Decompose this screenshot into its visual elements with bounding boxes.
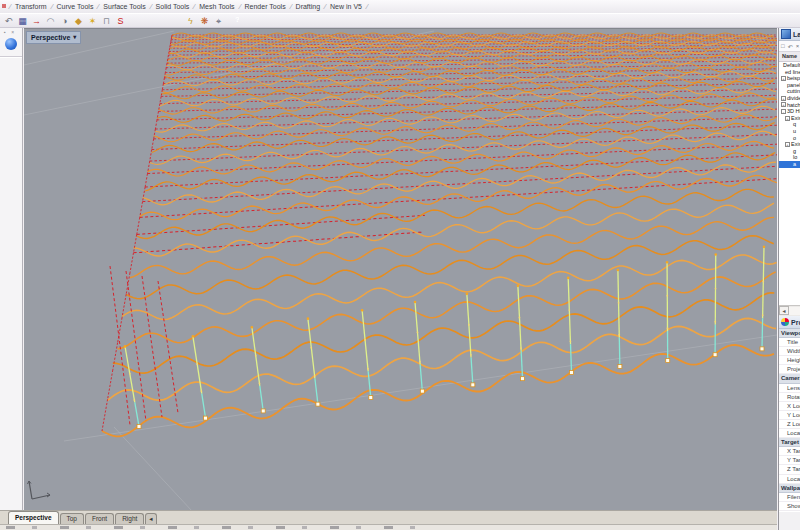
curve-wave-icon[interactable]: S xyxy=(114,15,127,27)
property-row[interactable]: Location xyxy=(779,429,800,438)
viewport-tab-front[interactable]: Front xyxy=(85,513,114,524)
layer-row[interactable]: +divide xyxy=(779,95,800,102)
layer-row[interactable]: +beispult xyxy=(779,75,800,82)
property-row[interactable]: Height xyxy=(779,356,800,365)
property-row[interactable]: X Location xyxy=(779,402,800,411)
layers-name-column-header[interactable]: Name xyxy=(779,52,800,62)
layer-expand-icon[interactable]: + xyxy=(781,102,786,107)
layer-name: ed lines xyxy=(785,69,800,76)
properties-panel-header[interactable]: Properties xyxy=(779,316,800,329)
lock-icon[interactable]: ⊓ xyxy=(100,15,113,27)
dock-sphere-icon[interactable] xyxy=(5,38,17,50)
layer-name: q xyxy=(793,121,796,128)
menu-tab-solid-tools[interactable]: Solid Tools xyxy=(153,3,193,10)
viewport-tab--[interactable]: ◂ xyxy=(145,513,156,524)
property-row[interactable]: Filename xyxy=(779,493,800,502)
sphere-dark-icon[interactable] xyxy=(156,15,169,27)
layers-tool-icon-2[interactable]: × xyxy=(796,43,800,49)
menu-tab-curve-tools[interactable]: Curve Tools xyxy=(54,3,97,10)
layer-row[interactable]: Default xyxy=(779,62,800,69)
property-row[interactable]: Width xyxy=(779,347,800,356)
rotate-icon[interactable]: ◑ xyxy=(58,15,71,27)
layer-grid-icon[interactable]: ▦ xyxy=(16,15,29,27)
layer-row[interactable]: +Existing xyxy=(779,115,800,122)
property-row[interactable]: Y Target xyxy=(779,456,800,465)
layer-name: divide xyxy=(787,95,800,102)
property-row[interactable]: Y Location xyxy=(779,411,800,420)
layer-row[interactable]: u xyxy=(779,128,800,135)
menu-tab-bar: /Transform/Curve Tools/Surface Tools/Sol… xyxy=(0,0,800,13)
orient-icon[interactable]: ◆ xyxy=(72,15,85,27)
menu-tab-mesh-tools[interactable]: Mesh Tools xyxy=(196,3,237,10)
layer-name: cutting xyxy=(787,88,800,95)
property-row[interactable]: Show xyxy=(779,502,800,511)
move-arrow-icon[interactable]: → xyxy=(30,15,43,27)
sphere-gray-icon[interactable] xyxy=(142,15,155,27)
dock-window-buttons[interactable]: ▪ × xyxy=(0,28,22,35)
layer-row[interactable]: lo xyxy=(779,154,800,161)
left-dock: ▪ × xyxy=(0,28,23,510)
layer-expand-icon[interactable]: + xyxy=(785,116,790,121)
pick-target-icon[interactable]: ⌖ xyxy=(212,15,225,27)
layer-expand-icon[interactable]: + xyxy=(785,142,790,147)
layer-row[interactable]: g xyxy=(779,148,800,155)
layer-name: Default xyxy=(783,62,800,69)
right-dock-panels: Layers □↶× Name Defaulted lines+beispult… xyxy=(778,28,800,530)
layer-name: lo xyxy=(793,154,797,161)
property-row[interactable]: Lens Length xyxy=(779,384,800,393)
property-row[interactable]: Projection xyxy=(779,365,800,374)
property-row[interactable]: Title xyxy=(779,338,800,347)
menu-tab-new-in-v5[interactable]: New in V5 xyxy=(327,3,365,10)
mirror-icon[interactable]: ◠ xyxy=(44,15,57,27)
property-section: Target xyxy=(779,438,800,447)
viewport-tab-bar: PerspectiveTopFrontRight◂ xyxy=(0,510,777,524)
status-bar xyxy=(0,524,777,530)
property-row[interactable]: X Target xyxy=(779,447,800,456)
layers-tool-icon-1[interactable]: ↶ xyxy=(788,43,793,50)
layer-row[interactable]: ed lines xyxy=(779,69,800,76)
scroll-left-button[interactable]: ◄ xyxy=(779,306,789,315)
layer-expand-icon[interactable]: + xyxy=(781,76,786,81)
dock-divider xyxy=(0,56,22,58)
viewport-canvas[interactable] xyxy=(24,29,777,511)
layer-row[interactable]: +Existing xyxy=(779,141,800,148)
layer-row[interactable]: panel xyxy=(779,82,800,89)
property-row[interactable]: Gray xyxy=(779,511,800,512)
property-row[interactable]: Location xyxy=(779,475,800,484)
viewport-tab-right[interactable]: Right xyxy=(115,513,144,524)
grid-lines xyxy=(24,31,777,511)
layers-panel-title: Layers xyxy=(793,31,800,38)
undo-view-icon[interactable]: ↶ xyxy=(2,15,15,27)
menu-tab-drafting[interactable]: Drafting xyxy=(293,3,324,10)
viewport-tab-perspective[interactable]: Perspective xyxy=(8,511,59,524)
layers-icon xyxy=(781,29,791,39)
layer-row[interactable]: +hatching xyxy=(779,102,800,109)
property-row[interactable]: Z Location xyxy=(779,420,800,429)
spark-icon[interactable]: ϟ xyxy=(184,15,197,27)
property-row[interactable]: Rotation xyxy=(779,393,800,402)
layer-row[interactable]: a xyxy=(779,161,800,168)
lamp-icon[interactable]: ✶ xyxy=(86,15,99,27)
menu-tab-surface-tools[interactable]: Surface Tools xyxy=(100,3,148,10)
menu-tab-transform[interactable]: Transform xyxy=(12,3,50,10)
layer-row[interactable]: q xyxy=(779,121,800,128)
layer-row[interactable]: -3D HP xyxy=(779,108,800,115)
layers-panel-header[interactable]: Layers xyxy=(779,28,800,41)
layer-row[interactable]: o xyxy=(779,135,800,142)
layers-h-scrollbar[interactable]: ◄ xyxy=(779,305,800,316)
layer-name: 3D HP xyxy=(787,108,800,115)
menu-tab-render-tools[interactable]: Render Tools xyxy=(242,3,289,10)
layers-tool-icon-0[interactable]: □ xyxy=(781,43,785,49)
layer-expand-icon[interactable]: - xyxy=(781,109,786,114)
perspective-viewport[interactable]: Perspective ▾ xyxy=(24,28,777,511)
render-globe-icon[interactable] xyxy=(170,15,183,27)
layer-row[interactable]: cutting xyxy=(779,88,800,95)
help-icon[interactable] xyxy=(226,15,239,27)
gear-flower-icon[interactable]: ❋ xyxy=(198,15,211,27)
color-wheel-icon[interactable] xyxy=(128,15,141,27)
rhino-window: /Transform/Curve Tools/Surface Tools/Sol… xyxy=(0,0,800,530)
layer-expand-icon[interactable]: + xyxy=(781,96,786,101)
viewport-tab-top[interactable]: Top xyxy=(60,513,84,524)
scroll-track[interactable] xyxy=(789,307,800,315)
property-row[interactable]: Z Target xyxy=(779,465,800,474)
